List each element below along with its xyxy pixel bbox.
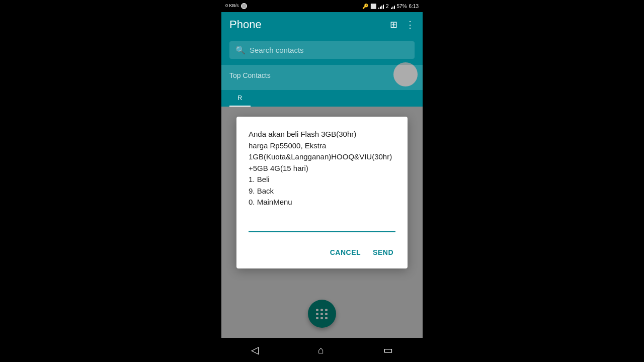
bar2b: [392, 7, 393, 9]
sim1-icon: ⬜: [370, 4, 376, 9]
home-button[interactable]: ⌂: [314, 340, 328, 360]
search-container[interactable]: 🔍 Search contacts: [229, 41, 415, 59]
send-button[interactable]: SEND: [371, 244, 395, 260]
battery-level: 57%: [397, 4, 407, 9]
bar2: [380, 7, 381, 9]
search-icon: 🔍: [235, 45, 246, 55]
dialog-message: Anda akan beli Flash 3GB(30hr) harga Rp5…: [249, 129, 395, 208]
status-left: 0 KB/s: [225, 3, 247, 9]
ussd-dialog: Anda akan beli Flash 3GB(30hr) harga Rp5…: [236, 117, 408, 268]
more-options-icon[interactable]: ⋮: [406, 19, 415, 30]
dialog-line1: Anda akan beli Flash 3GB(30hr): [249, 130, 356, 138]
nav-bar: ◁ ⌂ ▭: [221, 338, 423, 362]
dialog-line3: 1GB(Kuota&Langganan)HOOQ&VIU(30hr): [249, 152, 392, 161]
bar1b: [391, 8, 392, 9]
circle-icon: [241, 3, 247, 9]
back-button[interactable]: ◁: [247, 340, 263, 360]
bar3b: [394, 6, 395, 9]
key-icon: 🔑: [362, 4, 368, 9]
phone-frame: 0 KB/s 🔑 ⬜ 2 57% 6:13 Phone ⊞: [221, 0, 423, 362]
top-contacts-section: Top Contacts: [221, 65, 423, 90]
data-rate: 0 KB/s: [225, 4, 239, 9]
dialog-actions: CANCEL SEND: [249, 244, 395, 260]
bar1: [378, 8, 379, 9]
dialog-line6: 9. Back: [249, 187, 274, 195]
contact-icon[interactable]: ⊞: [390, 19, 397, 30]
app-content: Anda akan beli Flash 3GB(30hr) harga Rp5…: [221, 107, 423, 338]
dialog-line7: 0. MainMenu: [249, 198, 292, 206]
search-bar: 🔍 Search contacts: [221, 37, 423, 65]
header-icons: ⊞ ⋮: [390, 19, 415, 30]
tab-row: R: [221, 90, 423, 107]
top-contacts-label: Top Contacts: [229, 71, 271, 79]
sim2-label: 2: [386, 4, 389, 9]
dialog-text-input[interactable]: [249, 218, 395, 232]
bar3: [381, 6, 382, 9]
recents-button[interactable]: ▭: [379, 340, 397, 360]
dialog-line4: +5GB 4G(15 hari): [249, 164, 308, 172]
app-header: Phone ⊞ ⋮: [221, 12, 423, 37]
search-placeholder: Search contacts: [250, 46, 304, 54]
contact-avatar: [393, 62, 418, 86]
status-right: 🔑 ⬜ 2 57% 6:13: [362, 3, 419, 9]
dialog-line2: harga Rp55000, Ekstra: [249, 141, 326, 150]
signal-bars-2: [391, 3, 395, 9]
bar4: [383, 5, 384, 9]
app-title: Phone: [229, 18, 262, 31]
tab-recents[interactable]: R: [229, 90, 251, 107]
cancel-button[interactable]: CANCEL: [328, 244, 363, 260]
dialog-line5: 1. Beli: [249, 175, 270, 184]
signal-bars-1: [378, 3, 384, 9]
status-bar: 0 KB/s 🔑 ⬜ 2 57% 6:13: [221, 0, 423, 12]
dialog-overlay: Anda akan beli Flash 3GB(30hr) harga Rp5…: [221, 107, 423, 338]
clock: 6:13: [409, 4, 419, 9]
